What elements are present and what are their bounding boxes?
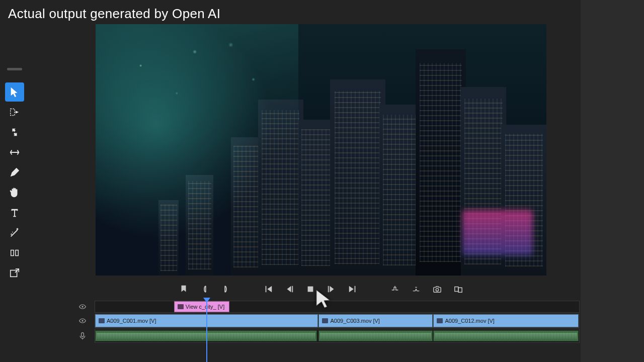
clip-label: View c_city_ [V] — [186, 304, 224, 310]
svg-rect-7 — [178, 304, 184, 309]
program-monitor[interactable] — [96, 24, 546, 276]
clip-audio[interactable] — [433, 330, 579, 341]
track-select-icon — [9, 107, 20, 118]
edit-group-icon — [9, 247, 20, 258]
mark-in-icon — [200, 285, 209, 294]
mic-icon — [78, 332, 87, 340]
svg-rect-4 — [455, 287, 458, 292]
tools-panel — [2, 68, 27, 283]
remix-tool[interactable] — [5, 223, 24, 242]
extract-icon — [412, 285, 421, 294]
track-v1[interactable]: A009_C001.mov [V] A009_C003.mov [V] A009… — [95, 314, 580, 328]
ripple-icon — [9, 127, 20, 138]
cursor-pointer-icon — [314, 289, 334, 309]
rate-stretch-tool[interactable] — [5, 143, 24, 162]
go-in-icon — [264, 285, 273, 294]
go-to-in-button[interactable] — [263, 284, 273, 294]
snapshot-button[interactable] — [432, 284, 442, 294]
pointer-icon — [9, 86, 20, 98]
mark-out-button[interactable] — [221, 284, 231, 294]
eye-icon — [78, 303, 87, 311]
compare-icon — [454, 285, 463, 294]
track-a1[interactable] — [95, 329, 580, 343]
track-v1-toggle[interactable] — [70, 314, 95, 328]
camera-icon — [433, 285, 442, 294]
extract-button[interactable] — [411, 284, 421, 294]
clip-video[interactable]: A009_C012.mov [V] — [433, 314, 579, 327]
step-back-icon — [285, 285, 294, 294]
edit-tool[interactable] — [5, 243, 24, 262]
export-frame-tool[interactable] — [5, 263, 24, 283]
svg-rect-10 — [322, 318, 328, 323]
svg-rect-2 — [434, 287, 441, 292]
type-tool[interactable] — [5, 203, 24, 222]
svg-point-8 — [82, 320, 83, 321]
clip-audio[interactable] — [318, 330, 432, 341]
fx-badge-icon — [99, 318, 105, 323]
go-to-out-button[interactable] — [348, 284, 358, 294]
waveform — [320, 333, 431, 339]
track-a1-row — [70, 329, 580, 343]
rate-stretch-icon — [9, 147, 20, 158]
overlay-caption: Actual output generated by Open AI — [8, 6, 220, 22]
waveform — [435, 333, 577, 339]
pen-tool[interactable] — [5, 163, 24, 182]
clip-video[interactable]: A009_C003.mov [V] — [318, 314, 432, 327]
fx-badge-icon — [322, 318, 328, 323]
svg-point-6 — [82, 306, 83, 307]
clip-title[interactable]: View c_city_ [V] — [174, 301, 230, 312]
clip-label: A009_C001.mov [V] — [107, 318, 156, 324]
mark-in-button[interactable] — [200, 284, 210, 294]
export-icon — [9, 267, 20, 279]
eye-icon — [78, 317, 87, 325]
hand-icon — [9, 187, 20, 198]
svg-rect-1 — [308, 287, 313, 292]
preview-frame — [96, 24, 546, 276]
selection-tool[interactable] — [5, 82, 24, 102]
svg-rect-9 — [99, 318, 105, 323]
clip-label: A009_C003.mov [V] — [330, 318, 379, 324]
panel-grip[interactable] — [7, 68, 22, 70]
clip-label: A009_C012.mov [V] — [445, 318, 494, 324]
svg-point-3 — [436, 289, 438, 291]
hand-tool[interactable] — [5, 183, 24, 202]
track-v2-toggle[interactable] — [70, 301, 95, 313]
pen-icon — [9, 167, 20, 178]
svg-rect-11 — [437, 318, 443, 323]
step-back-button[interactable] — [284, 284, 294, 294]
comparison-view-button[interactable] — [453, 284, 463, 294]
ripple-edit-tool[interactable] — [5, 123, 24, 142]
playhead[interactable] — [206, 299, 207, 362]
wand-icon — [9, 227, 20, 238]
add-marker-button[interactable] — [179, 284, 189, 294]
marker-icon — [179, 285, 188, 294]
type-icon — [9, 207, 20, 218]
track-a1-toggle[interactable] — [70, 329, 95, 343]
svg-rect-5 — [458, 288, 462, 292]
lift-icon — [390, 285, 399, 294]
track-v2[interactable]: View c_city_ [V] — [95, 301, 580, 313]
track-select-forward-tool[interactable] — [5, 103, 24, 122]
right-panel — [581, 0, 644, 362]
lift-button[interactable] — [390, 284, 400, 294]
fx-badge-icon — [178, 304, 184, 309]
fx-badge-icon — [437, 318, 443, 323]
go-out-icon — [348, 285, 357, 294]
svg-rect-12 — [82, 333, 84, 337]
mark-out-icon — [221, 285, 230, 294]
track-v1-row: A009_C001.mov [V] A009_C003.mov [V] A009… — [70, 314, 580, 328]
